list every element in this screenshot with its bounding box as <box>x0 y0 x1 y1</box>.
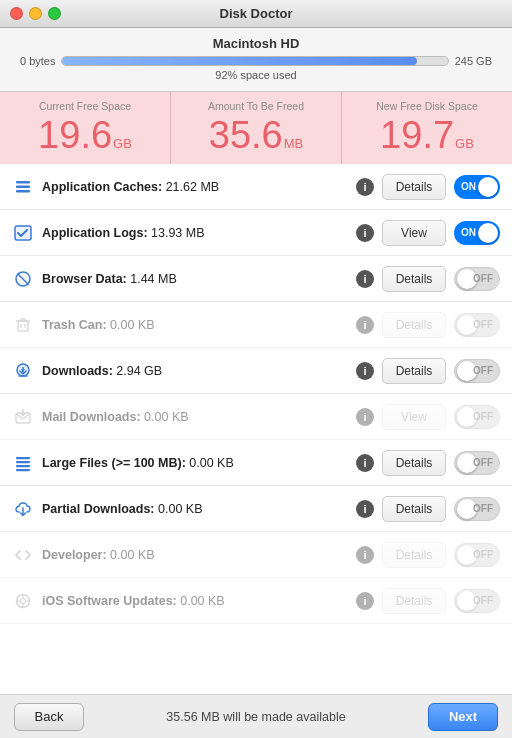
item-row-downloads: Downloads: 2.94 GBiDetailsOFF <box>0 348 512 394</box>
developer-icon <box>12 544 34 566</box>
trash-can-icon <box>12 314 34 336</box>
bottom-message: 35.56 MB will be made available <box>166 710 345 724</box>
mail-downloads-icon <box>12 406 34 428</box>
svg-rect-7 <box>18 321 28 331</box>
stat-label-0: Current Free Space <box>8 100 162 112</box>
items-list: Application Caches: 21.62 MBiDetailsON A… <box>0 164 512 694</box>
trash-can-action-button: Details <box>382 312 446 338</box>
trash-can-toggle-label: OFF <box>473 319 493 330</box>
partial-downloads-icon <box>12 498 34 520</box>
app-logs-info-button[interactable]: i <box>356 224 374 242</box>
large-files-icon <box>12 452 34 474</box>
item-row-mail-downloads: Mail Downloads: 0.00 KBiViewOFF <box>0 394 512 440</box>
stat-label-1: Amount To Be Freed <box>179 100 333 112</box>
app-caches-toggle[interactable]: ON <box>454 175 500 199</box>
svg-rect-18 <box>16 457 30 459</box>
app-logs-label: Application Logs: 13.93 MB <box>42 226 348 240</box>
svg-rect-19 <box>16 461 30 463</box>
app-logs-toggle[interactable]: ON <box>454 221 500 245</box>
large-files-info-button[interactable]: i <box>356 454 374 472</box>
item-row-ios-updates: iOS Software Updates: 0.00 KBiDetailsOFF <box>0 578 512 624</box>
bottom-bar: Back 35.56 MB will be made available Nex… <box>0 694 512 738</box>
ios-updates-info-button[interactable]: i <box>356 592 374 610</box>
developer-info-button[interactable]: i <box>356 546 374 564</box>
downloads-icon <box>12 360 34 382</box>
disk-bar-track <box>61 56 448 66</box>
ios-updates-toggle[interactable]: OFF <box>454 589 500 613</box>
svg-rect-0 <box>16 181 30 184</box>
item-row-app-logs: Application Logs: 13.93 MBiViewON <box>0 210 512 256</box>
item-row-partial-downloads: Partial Downloads: 0.00 KBiDetailsOFF <box>0 486 512 532</box>
developer-toggle[interactable]: OFF <box>454 543 500 567</box>
large-files-action-button[interactable]: Details <box>382 450 446 476</box>
browser-data-toggle[interactable]: OFF <box>454 267 500 291</box>
app-caches-action-button[interactable]: Details <box>382 174 446 200</box>
developer-label: Developer: 0.00 KB <box>42 548 348 562</box>
developer-toggle-label: OFF <box>473 549 493 560</box>
minimize-button[interactable] <box>29 7 42 20</box>
downloads-action-button[interactable]: Details <box>382 358 446 384</box>
stat-label-2: New Free Disk Space <box>350 100 504 112</box>
app-caches-toggle-label: ON <box>461 181 476 192</box>
titlebar: Disk Doctor <box>0 0 512 28</box>
back-button[interactable]: Back <box>14 703 84 731</box>
browser-data-action-button[interactable]: Details <box>382 266 446 292</box>
trash-can-toggle[interactable]: OFF <box>454 313 500 337</box>
svg-rect-20 <box>16 465 30 467</box>
disk-bar-fill <box>62 57 416 65</box>
mail-downloads-action-button: View <box>382 404 446 430</box>
stat-value-2: 19.7GB <box>350 116 504 154</box>
ios-updates-icon <box>12 590 34 612</box>
mail-downloads-label: Mail Downloads: 0.00 KB <box>42 410 348 424</box>
large-files-label: Large Files (>= 100 MB): 0.00 KB <box>42 456 348 470</box>
app-caches-icon <box>12 176 34 198</box>
mail-downloads-toggle[interactable]: OFF <box>454 405 500 429</box>
app-caches-info-button[interactable]: i <box>356 178 374 196</box>
close-button[interactable] <box>10 7 23 20</box>
partial-downloads-toggle-label: OFF <box>473 503 493 514</box>
large-files-toggle[interactable]: OFF <box>454 451 500 475</box>
trash-can-label: Trash Can: 0.00 KB <box>42 318 348 332</box>
item-row-browser-data: Browser Data: 1.44 MBiDetailsOFF <box>0 256 512 302</box>
item-row-app-caches: Application Caches: 21.62 MBiDetailsON <box>0 164 512 210</box>
item-row-developer: Developer: 0.00 KBiDetailsOFF <box>0 532 512 578</box>
browser-data-label: Browser Data: 1.44 MB <box>42 272 348 286</box>
item-row-trash-can: Trash Can: 0.00 KBiDetailsOFF <box>0 302 512 348</box>
ios-updates-label: iOS Software Updates: 0.00 KB <box>42 594 348 608</box>
app-caches-toggle-knob <box>478 177 498 197</box>
disk-used-label: 92% space used <box>20 69 492 81</box>
browser-data-icon <box>12 268 34 290</box>
mail-downloads-toggle-label: OFF <box>473 411 493 422</box>
partial-downloads-action-button[interactable]: Details <box>382 496 446 522</box>
stat-new-free: New Free Disk Space 19.7GB <box>342 92 512 164</box>
item-row-large-files: Large Files (>= 100 MB): 0.00 KBiDetails… <box>0 440 512 486</box>
ios-updates-toggle-label: OFF <box>473 595 493 606</box>
downloads-label: Downloads: 2.94 GB <box>42 364 348 378</box>
disk-label-right: 245 GB <box>455 55 492 67</box>
svg-rect-2 <box>16 190 30 193</box>
developer-action-button: Details <box>382 542 446 568</box>
next-button[interactable]: Next <box>428 703 498 731</box>
maximize-button[interactable] <box>48 7 61 20</box>
ios-updates-action-button: Details <box>382 588 446 614</box>
trash-can-info-button[interactable]: i <box>356 316 374 334</box>
large-files-toggle-label: OFF <box>473 457 493 468</box>
partial-downloads-info-button[interactable]: i <box>356 500 374 518</box>
disk-bar-row: 0 bytes 245 GB <box>20 55 492 67</box>
app-logs-toggle-label: ON <box>461 227 476 238</box>
downloads-toggle[interactable]: OFF <box>454 359 500 383</box>
downloads-info-button[interactable]: i <box>356 362 374 380</box>
app-caches-label: Application Caches: 21.62 MB <box>42 180 348 194</box>
browser-data-info-button[interactable]: i <box>356 270 374 288</box>
svg-rect-21 <box>16 469 30 471</box>
app-logs-action-button[interactable]: View <box>382 220 446 246</box>
stat-value-1: 35.6MB <box>179 116 333 154</box>
partial-downloads-toggle[interactable]: OFF <box>454 497 500 521</box>
app-logs-icon <box>12 222 34 244</box>
app-title: Disk Doctor <box>220 6 293 21</box>
browser-data-toggle-label: OFF <box>473 273 493 284</box>
svg-line-6 <box>18 273 29 284</box>
stat-current-free: Current Free Space 19.6GB <box>0 92 171 164</box>
stat-amount-freed: Amount To Be Freed 35.6MB <box>171 92 342 164</box>
mail-downloads-info-button[interactable]: i <box>356 408 374 426</box>
